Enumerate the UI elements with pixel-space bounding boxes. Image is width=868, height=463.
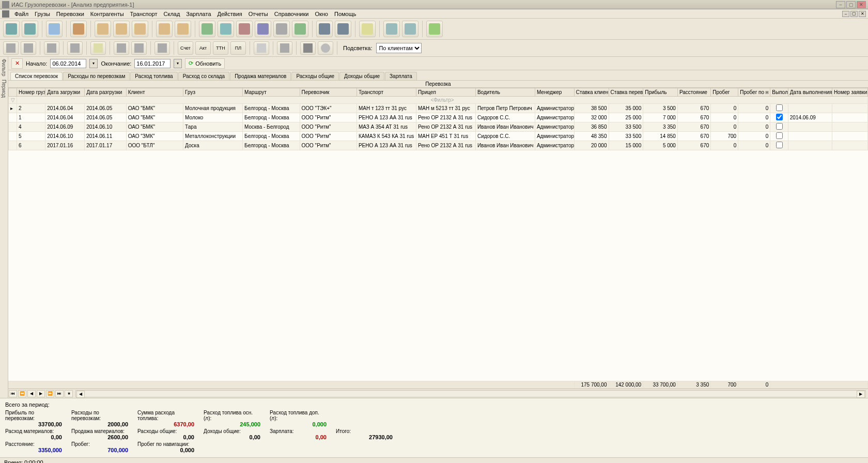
menu-Окно[interactable]: Окно <box>312 11 331 17</box>
table-row[interactable]: 62017.01.162017.01.17ООО "БТЛ"ДоскаБелго… <box>9 141 868 150</box>
cart-button-5[interactable] <box>114 41 129 55</box>
check-button[interactable] <box>90 41 106 55</box>
col-header[interactable]: Ставка перев <box>609 88 643 97</box>
menu-Действия[interactable]: Действия <box>214 11 245 17</box>
highlight-select[interactable]: По клиентам <box>376 43 422 53</box>
menu-Помощь[interactable]: Помощь <box>331 11 360 17</box>
user-button-2[interactable] <box>218 21 234 37</box>
menu-Перевозки[interactable]: Перевозки <box>53 11 87 17</box>
search-button[interactable] <box>277 41 292 55</box>
menu-Зарплата[interactable]: Зарплата <box>183 11 214 17</box>
keyboard-button[interactable] <box>300 41 316 55</box>
close-button[interactable]: ✕ <box>857 1 866 8</box>
cart-del-button[interactable] <box>21 41 36 55</box>
edit-button[interactable] <box>359 21 376 37</box>
col-header[interactable]: Расстояние <box>677 88 710 97</box>
user-button-4[interactable] <box>255 21 271 37</box>
sidebar-period[interactable]: Период <box>1 80 7 98</box>
col-header[interactable]: Клиент <box>126 88 183 97</box>
cargo-button-4[interactable] <box>156 21 173 37</box>
nav-last[interactable]: ⏭ <box>55 390 64 397</box>
user-button-1[interactable] <box>199 21 215 37</box>
done-checkbox[interactable] <box>776 132 783 139</box>
table-row[interactable]: 42014.06.092014.06.10ОАО "БМК"ТараМосква… <box>9 122 868 132</box>
user-button-3[interactable] <box>236 21 253 37</box>
data-grid[interactable]: Номер грузДата загрузкиДата разгрузкиКли… <box>8 88 868 150</box>
tab-1[interactable]: Расходы по перевозкам <box>63 72 130 80</box>
tab-2[interactable]: Расход топлива <box>130 72 177 80</box>
akt-button[interactable]: Акт <box>195 41 211 55</box>
tab-5[interactable]: Расходы общие <box>291 72 339 80</box>
people-button-1[interactable] <box>383 21 400 37</box>
mdi-minimize[interactable]: – <box>842 11 849 17</box>
menu-Контрагенты[interactable]: Контрагенты <box>87 11 127 17</box>
menu-Справочники[interactable]: Справочники <box>271 11 312 17</box>
nav-prev-page[interactable]: ⏪ <box>18 390 26 397</box>
col-header[interactable]: Прицеп <box>416 88 475 97</box>
col-header[interactable]: Дата разгрузки <box>85 88 127 97</box>
sidebar-filter[interactable]: Фильтр <box>1 59 7 76</box>
cargo-button-5[interactable] <box>175 21 191 37</box>
ttn-button[interactable]: ТТН <box>213 41 228 55</box>
tab-3[interactable]: Расход со склада <box>178 72 229 80</box>
done-checkbox[interactable] <box>776 104 783 111</box>
menu-Транспорт[interactable]: Транспорт <box>127 11 161 17</box>
menu-Склад[interactable]: Склад <box>161 11 183 17</box>
tab-6[interactable]: Доходы общие <box>339 72 384 80</box>
cart-button-6[interactable] <box>131 41 147 55</box>
user-button-6[interactable] <box>292 21 308 37</box>
db-button[interactable] <box>3 21 20 37</box>
maximize-button[interactable]: ▢ <box>846 1 856 8</box>
done-checkbox[interactable] <box>776 114 783 120</box>
tab-7[interactable]: Зарплата <box>385 72 417 80</box>
done-checkbox[interactable] <box>776 123 783 130</box>
menu-Файл[interactable]: Файл <box>11 11 32 17</box>
clear-dates-button[interactable]: ✕ <box>11 58 23 69</box>
truck-button-1[interactable] <box>316 21 333 37</box>
col-header[interactable]: Перевозчик <box>300 88 357 97</box>
start-date-input[interactable] <box>50 59 86 68</box>
nav-first[interactable]: ⏮ <box>9 390 17 397</box>
filter-row[interactable]: <Фильтр> <box>17 97 868 104</box>
mdi-restore[interactable]: ▢ <box>850 11 858 17</box>
doc-button-1[interactable] <box>46 21 63 37</box>
start-date-dropdown[interactable]: ▾ <box>89 59 98 68</box>
table-row[interactable]: 52014.06.102014.06.11ОАО "ЗМК"Металлокон… <box>9 132 868 141</box>
menu-Отчеты[interactable]: Отчеты <box>245 11 271 17</box>
tab-0[interactable]: Список перевозок <box>10 72 63 80</box>
col-header[interactable]: Дата загрузки <box>45 88 85 97</box>
refresh-button[interactable] <box>426 21 443 37</box>
mail-button[interactable] <box>254 41 269 55</box>
nav-prev[interactable]: ◀ <box>27 390 36 397</box>
cart-button-3[interactable] <box>44 41 59 55</box>
done-checkbox[interactable] <box>776 142 783 148</box>
cargo-button-3[interactable] <box>132 21 148 37</box>
nav-bookmark[interactable]: ★ <box>65 390 73 397</box>
cargo-button-1[interactable] <box>95 21 111 37</box>
col-header[interactable]: Транспорт <box>357 88 416 97</box>
col-header[interactable]: Дата выполнения <box>788 88 832 97</box>
col-header[interactable]: Выполнена <box>770 88 788 97</box>
minimize-button[interactable]: – <box>836 1 845 8</box>
schet-button[interactable]: Счет <box>178 41 193 55</box>
horizontal-scrollbar[interactable]: ◀▶ <box>75 390 866 397</box>
col-header[interactable]: Пробег по н <box>738 88 770 97</box>
pl-button[interactable]: ПЛ <box>230 41 246 55</box>
end-date-dropdown[interactable]: ▾ <box>174 59 182 68</box>
col-header[interactable]: Прибыль <box>643 88 678 97</box>
col-header[interactable]: Груз <box>183 88 243 97</box>
box-add-button[interactable] <box>70 21 87 37</box>
col-header[interactable]: Маршрут <box>243 88 300 97</box>
cart-button-4[interactable] <box>67 41 83 55</box>
cargo-button-2[interactable] <box>113 21 130 37</box>
col-header[interactable]: Ставка клиен <box>574 88 609 97</box>
db-refresh-button[interactable] <box>22 21 38 37</box>
nav-next[interactable]: ▶ <box>37 390 45 397</box>
col-header[interactable]: Менеджер <box>535 88 574 97</box>
filter-indicator[interactable]: ▽ <box>9 97 17 104</box>
tab-4[interactable]: Продажа материалов <box>230 72 291 80</box>
nav-next-page[interactable]: ⏩ <box>46 390 54 397</box>
mdi-close[interactable]: ✕ <box>859 11 866 17</box>
cart-add-button[interactable] <box>3 41 19 55</box>
table-row[interactable]: ▸ 22014.06.042014.06.05ОАО "БМК"Молочная… <box>9 104 868 113</box>
